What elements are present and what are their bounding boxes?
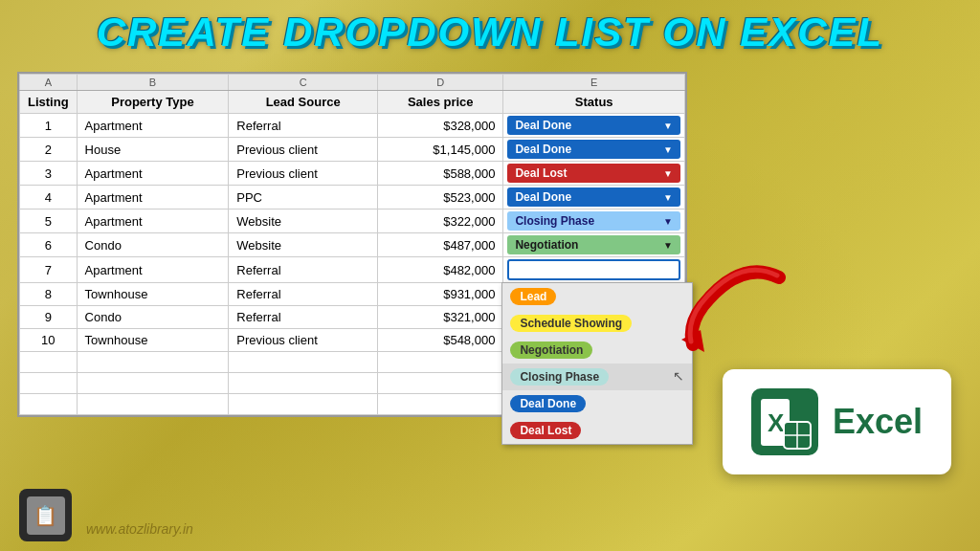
dropdown-list-item[interactable]: Schedule Showing (502, 310, 692, 337)
table-row: 7ApartmentReferral$482,000LeadSchedule S… (20, 257, 685, 283)
property-type: Apartment (77, 209, 229, 233)
dropdown-arrow-icon: ▼ (663, 168, 673, 179)
excel-logo-card: X Excel (723, 369, 951, 474)
empty-cell (77, 373, 229, 394)
sales-price: $588,000 (378, 162, 503, 186)
sales-price: $523,000 (378, 186, 503, 209)
table-row: 2HousePrevious client$1,145,000Deal Done… (20, 138, 685, 162)
row-number: 1 (20, 114, 78, 138)
col-a: A (20, 75, 78, 91)
lead-source: Previous client (229, 329, 378, 352)
empty-cell (77, 352, 229, 373)
dropdown-list[interactable]: LeadSchedule ShowingNegotiationClosing P… (501, 282, 693, 445)
lead-source: PPC (229, 186, 378, 209)
dropdown-arrow-icon: ▼ (663, 192, 673, 203)
lead-source: Previous client (229, 162, 378, 186)
empty-cell (378, 352, 503, 373)
dropdown-list-item[interactable]: Closing Phase ↖ (502, 364, 692, 390)
lead-source: Referral (229, 306, 378, 329)
status-badge-green[interactable]: Negotiation▼ (507, 235, 680, 254)
dropdown-list-item[interactable]: Deal Done (502, 390, 692, 417)
watermark: www.atozlibrary.in (86, 521, 193, 537)
status-cell[interactable]: Closing Phase▼ (503, 209, 685, 233)
row-number: 2 (20, 138, 78, 162)
empty-cell (20, 394, 78, 415)
dropdown-arrow-icon: ▼ (663, 144, 673, 155)
arrow-svg (674, 249, 789, 364)
status-cell[interactable]: Deal Done▼ (503, 186, 685, 209)
dropdown-arrow-icon: ▼ (663, 121, 673, 131)
sales-price: $1,145,000 (378, 138, 503, 162)
dropdown-option-badge: Schedule Showing (510, 315, 632, 332)
table-header-row: Listing Property Type Lead Source Sales … (20, 91, 685, 114)
status-cell[interactable]: Deal Done▼ (503, 138, 685, 162)
dropdown-option-badge: Deal Lost (510, 422, 581, 439)
empty-cell (229, 352, 378, 373)
dropdown-option-badge: Deal Done (510, 395, 586, 412)
property-type: Apartment (77, 186, 229, 209)
dropdown-option-badge: Negotiation (510, 342, 592, 359)
col-b: B (77, 75, 229, 91)
status-badge-blue[interactable]: Deal Done▼ (507, 140, 680, 159)
lead-source: Website (229, 233, 378, 257)
empty-cell (20, 373, 78, 394)
table-row: 4ApartmentPPC$523,000Deal Done▼ (20, 186, 685, 209)
status-text: Deal Done (515, 119, 571, 132)
lead-source: Referral (229, 114, 378, 138)
row-number: 10 (20, 329, 78, 352)
row-number: 9 (20, 306, 78, 329)
svg-text:X: X (768, 408, 785, 437)
dropdown-arrow-icon: ▼ (663, 216, 673, 227)
property-type: House (77, 138, 229, 162)
sales-price: $321,000 (378, 306, 503, 329)
sales-price: $328,000 (378, 114, 503, 138)
status-cell[interactable]: Negotiation▼ (503, 233, 685, 257)
property-type: Condo (77, 306, 229, 329)
sales-price: $548,000 (378, 329, 503, 352)
dropdown-list-item[interactable]: Negotiation (502, 337, 692, 364)
header-property-type: Property Type (77, 91, 229, 114)
header-listing: Listing (20, 91, 78, 114)
status-badge-blue[interactable]: Deal Done▼ (507, 116, 680, 135)
dropdown-list-item[interactable]: Lead (502, 283, 692, 310)
row-number: 6 (20, 233, 78, 257)
property-type: Townhouse (77, 283, 229, 306)
arrow-decoration (674, 249, 789, 367)
status-text: Negotiation (515, 238, 578, 252)
row-number: 5 (20, 209, 78, 233)
sales-price: $482,000 (378, 257, 503, 283)
empty-cell (77, 394, 229, 415)
excel-icon: X (751, 388, 818, 455)
lead-source: Referral (229, 257, 378, 283)
property-type: Townhouse (77, 329, 229, 352)
header-status: Status (503, 91, 685, 114)
status-text: Deal Lost (515, 166, 567, 180)
status-badge-light-blue[interactable]: Closing Phase▼ (507, 211, 680, 231)
status-text: Closing Phase (515, 214, 594, 228)
spreadsheet: A B C D E Listing Property Type Lead Sou… (17, 72, 687, 417)
property-type: Apartment (77, 257, 229, 283)
logo-badge: 📋 (19, 489, 72, 541)
status-cell[interactable]: Deal Lost▼ (503, 162, 685, 186)
property-type: Apartment (77, 162, 229, 186)
status-dropdown-empty[interactable] (507, 259, 680, 280)
excel-table: A B C D E Listing Property Type Lead Sou… (19, 74, 685, 415)
row-number: 4 (20, 186, 78, 209)
dropdown-arrow-icon: ▼ (663, 240, 673, 251)
header-lead-source: Lead Source (229, 91, 378, 114)
status-text: Deal Done (515, 190, 571, 204)
empty-cell (229, 394, 378, 415)
dropdown-option-badge: Closing Phase (510, 368, 609, 386)
dropdown-list-item[interactable]: Deal Lost (502, 417, 692, 444)
row-number: 8 (20, 283, 78, 306)
status-badge-red[interactable]: Deal Lost▼ (507, 164, 680, 183)
sales-price: $322,000 (378, 209, 503, 233)
status-cell[interactable]: Deal Done▼ (503, 114, 685, 138)
table-row: 3ApartmentPrevious client$588,000Deal Lo… (20, 162, 685, 186)
excel-logo-svg: X (753, 391, 815, 453)
col-d: D (378, 75, 503, 91)
col-c: C (229, 75, 378, 91)
status-badge-blue[interactable]: Deal Done▼ (507, 187, 680, 207)
property-type: Apartment (77, 114, 229, 138)
status-cell[interactable]: LeadSchedule ShowingNegotiationClosing P… (503, 257, 685, 283)
